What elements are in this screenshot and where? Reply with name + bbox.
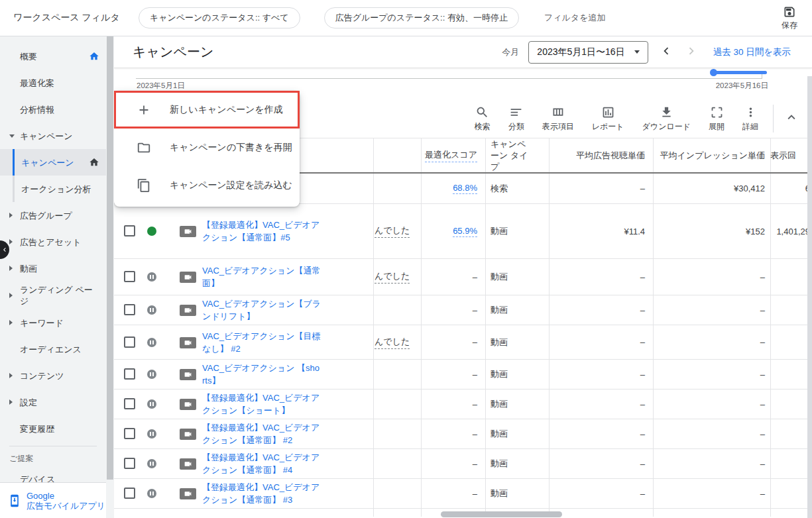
sidebar-item-change-history[interactable]: 変更履歴 (0, 415, 106, 442)
show-last-30-days-link[interactable]: 過去 30 日間を表示 (713, 46, 791, 58)
row-checkbox[interactable] (124, 488, 135, 499)
sidebar-item-videos[interactable]: 動画 (0, 255, 106, 282)
status-enabled-icon[interactable] (147, 227, 156, 236)
more-button[interactable]: 詳細 (742, 105, 758, 132)
cell-imp: – (653, 389, 765, 419)
expand-button[interactable]: 展開 (709, 105, 725, 132)
menu-item-load-settings[interactable]: キャンペーン設定を読み込む (114, 166, 300, 204)
add-filter-button[interactable]: フィルタを追加 (544, 12, 606, 24)
sidebar-item-audiences[interactable]: オーディエンス (0, 336, 106, 362)
campaign-name-link[interactable]: 【登録最適化】VAC_ビデオアクション【通常面】 #3 (202, 481, 321, 506)
sidebar-item-content[interactable]: コンテンツ (0, 362, 106, 389)
row-checkbox[interactable] (124, 304, 135, 315)
cell-trunc: んでした (373, 325, 420, 359)
campaign-name-cell: VAC_ビデオアクション 【shorts】 (202, 360, 321, 389)
filter-chip-adgroup-status[interactable]: 広告グループのステータス:: 有効、一時停止 (324, 7, 519, 28)
status-paused-icon[interactable] (147, 489, 156, 498)
download-button[interactable]: ダウンロード (642, 105, 691, 132)
sidebar-item-recommendations[interactable]: 最適化案 (0, 70, 106, 96)
campaign-name-cell: VAC_ビデオアクション【ブランドリフト】 (202, 295, 321, 325)
sidebar-item-landing-pages[interactable]: ランディング ページ (0, 282, 106, 309)
row-checkbox[interactable] (124, 368, 135, 380)
filter-chip-campaign-status[interactable]: キャンペーンのステータス:: すべて (139, 7, 300, 28)
chart-x-axis (136, 78, 762, 79)
chevron-right-icon (9, 239, 13, 244)
table-row: 【登録最適化】VAC_ビデオアクション【ショート】–動画–– (114, 389, 807, 419)
chevron-right-icon (9, 293, 13, 298)
status-paused-icon[interactable] (147, 429, 156, 439)
column-header-view[interactable]: 平均広告視聴単価 (549, 138, 645, 172)
sidebar-item-auction-insights[interactable]: オークション分析 (0, 176, 106, 202)
sidebar-item-keywords[interactable]: キーワード (0, 309, 106, 336)
sidebar-item-insights[interactable]: 分析情報 (0, 96, 106, 123)
page-body: 概要最適化案分析情報キャンペーンキャンペーンオークション分析広告グループ広告とア… (0, 36, 812, 518)
campaign-name-link[interactable]: VAC_ビデオアクション【ブランドリフト】 (202, 297, 321, 323)
sidebar-item-settings[interactable]: 設定 (0, 389, 106, 415)
segment-icon (509, 105, 523, 120)
campaign-name-link[interactable]: 【登録最適化】VAC_ビデオアクション【通常面】 #4 (202, 451, 321, 476)
sidebar-item-overview[interactable]: 概要 (0, 43, 106, 70)
sidebar-item-label: コンテンツ (20, 370, 64, 382)
collapse-table-button[interactable] (784, 110, 799, 127)
column-header-score[interactable]: 最適化スコア (421, 138, 477, 172)
folder-icon (137, 140, 152, 155)
row-checkbox[interactable] (124, 337, 135, 348)
status-paused-icon[interactable] (147, 338, 156, 347)
cell-impr: 6 (770, 174, 807, 203)
row-checkbox[interactable] (124, 271, 135, 282)
menu-item-resume-draft[interactable]: キャンペーンの下書きを再開 (114, 129, 300, 166)
status-paused-icon[interactable] (147, 305, 156, 315)
status-paused-icon[interactable] (147, 370, 156, 379)
menu-item-label: 新しいキャンペーンを作成 (170, 104, 283, 116)
sidebar-item-campaigns[interactable]: キャンペーン (0, 149, 106, 176)
optimization-score-link[interactable]: 68.8% (453, 183, 477, 194)
campaign-name-cell: 【登録最適化】VAC_ビデオアクション【通常面】 #3 (202, 479, 321, 508)
menu-item-label: キャンペーンの下書きを再開 (170, 142, 292, 154)
row-checkbox[interactable] (124, 225, 135, 236)
row-checkbox[interactable] (124, 428, 135, 439)
campaign-name-link[interactable]: VAC_ビデオアクション【通常面】 (202, 264, 321, 289)
segment-button[interactable]: 分類 (508, 105, 524, 132)
save-button[interactable]: 保存 (782, 5, 797, 31)
column-header-type[interactable]: キャンペーン タイプ (491, 138, 548, 172)
row-checkbox[interactable] (124, 398, 135, 409)
cell-score: 68.8% (421, 174, 477, 203)
report-button[interactable]: レポート (592, 105, 624, 132)
cell-view: – (549, 295, 645, 325)
cell-view: – (549, 449, 645, 478)
campaign-name-link[interactable]: 【登録最適化】VAC_ビデオアクション【通常面】 #2 (202, 421, 321, 446)
suggestions-section-label: ご提案 (0, 452, 106, 470)
content-scrollbar[interactable] (106, 36, 114, 518)
campaign-name-link[interactable]: VAC_ビデオアクション 【shorts】 (202, 362, 321, 387)
main-content: キャンペーン 今月 2023年5月1日〜16日 過去 30 日間を表示 2023… (114, 36, 812, 518)
video-campaign-icon (180, 458, 196, 470)
campaign-name-link[interactable]: 【登録最適化】VAC_ビデオアクション【ショート】 (202, 391, 321, 417)
horizontal-scrollbar[interactable] (441, 511, 562, 517)
status-paused-icon[interactable] (147, 399, 156, 409)
chevron-down-icon (9, 134, 15, 138)
table-row: VAC_ビデオアクション 【shorts】–動画–– (114, 360, 807, 389)
row-checkbox[interactable] (124, 458, 135, 469)
optimization-score-link[interactable]: 65.9% (453, 226, 477, 237)
date-range-picker[interactable]: 2023年5月1日〜16日 (528, 41, 648, 64)
cell-view: – (549, 259, 645, 295)
cell-view: – (549, 325, 645, 359)
mobile-app-promo[interactable]: Google 広告モバイルアプリを (0, 482, 106, 518)
sidebar-item-campaigns-group[interactable]: キャンペーン (0, 123, 106, 149)
search-button[interactable]: 検索 (475, 105, 491, 132)
status-paused-icon[interactable] (147, 459, 156, 468)
sidebar-item-ad-groups[interactable]: 広告グループ (0, 202, 106, 229)
columns-button[interactable]: 表示項目 (542, 105, 574, 132)
sidebar-item-ads-assets[interactable]: 広告とアセット (0, 229, 106, 255)
next-period-button[interactable] (684, 44, 699, 61)
previous-period-button[interactable] (659, 44, 673, 61)
column-header-impr[interactable]: 表示回 (770, 138, 807, 172)
status-paused-icon[interactable] (147, 272, 156, 282)
vertical-scrollbar[interactable] (807, 76, 812, 518)
video-campaign-icon (180, 369, 196, 380)
menu-item-create-campaign[interactable]: 新しいキャンペーンを作成 (114, 91, 300, 129)
home-icon (89, 157, 99, 168)
column-header-imp[interactable]: 平均インプレッション単価 (653, 138, 765, 172)
campaign-name-link[interactable]: VAC_ビデオアクション【目標なし】 #2 (202, 330, 321, 355)
campaign-name-link[interactable]: 【登録最適化】VAC_ビデオアクション【通常面】#5 (202, 219, 321, 244)
